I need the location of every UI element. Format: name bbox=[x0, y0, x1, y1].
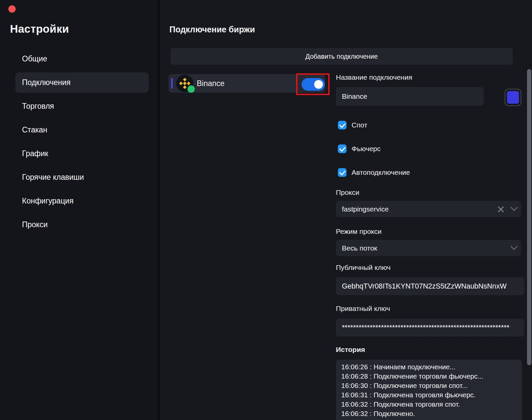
public-key-field-label: Публичный ключ bbox=[336, 264, 391, 272]
vertical-scrollbar[interactable] bbox=[527, 69, 531, 365]
settings-sidebar: Настройки Общие Подключения Торговля Ста… bbox=[0, 0, 160, 420]
checkbox-futures[interactable]: Фьючерс bbox=[338, 144, 381, 153]
checkbox-autoconnect[interactable]: Автоподключение bbox=[338, 168, 410, 177]
history-log-line: 16:06:26 : Начинаем подключение... bbox=[341, 362, 517, 372]
private-key-input[interactable]: ****************************************… bbox=[336, 319, 524, 337]
checkbox-checked-icon bbox=[338, 168, 347, 177]
sidebar-item-hotkeys[interactable]: Горячие клавиши bbox=[15, 167, 149, 187]
connection-name-field-label: Название подключения bbox=[336, 73, 412, 81]
settings-menu: Общие Подключения Торговля Стакан График… bbox=[15, 49, 149, 238]
checkbox-checked-icon bbox=[338, 121, 347, 129]
sidebar-item-general[interactable]: Общие bbox=[15, 49, 149, 69]
proxy-select[interactable]: fastpingservice bbox=[336, 201, 521, 217]
sidebar-item-connections[interactable]: Подключения bbox=[15, 72, 149, 93]
private-key-field-label: Приватный ключ bbox=[336, 305, 390, 313]
history-log-line: 16:06:32 : Подключена торговля спот. bbox=[341, 400, 517, 409]
checkbox-futures-label: Фьючерс bbox=[352, 145, 381, 153]
connected-status-dot-icon bbox=[187, 85, 195, 93]
public-key-input[interactable]: GebhqTVr08ITs1KYNT07N2zS5tZzWNaubNsNnxW bbox=[336, 277, 524, 295]
history-log-panel: 16:06:26 : Начинаем подключение... 16:06… bbox=[336, 360, 522, 420]
connection-accent-bar bbox=[171, 78, 173, 89]
checkbox-checked-icon bbox=[338, 144, 347, 153]
checkbox-autoconnect-label: Автоподключение bbox=[352, 168, 410, 176]
color-swatch-button[interactable] bbox=[505, 89, 521, 106]
connection-name-input[interactable]: Binance bbox=[336, 87, 484, 106]
history-log-line: 16:06:32 : Подключено. bbox=[341, 409, 517, 418]
checkbox-spot-label: Спот bbox=[352, 121, 367, 129]
toggle-knob bbox=[314, 80, 323, 89]
connection-name-label: Binance bbox=[197, 74, 224, 93]
connection-enabled-toggle[interactable] bbox=[302, 78, 325, 91]
add-connection-button[interactable]: Добавить подключение bbox=[170, 48, 513, 65]
chevron-down-icon[interactable] bbox=[511, 204, 518, 211]
clear-icon[interactable] bbox=[497, 206, 504, 213]
sidebar-item-orderbook[interactable]: Стакан bbox=[15, 120, 149, 140]
history-log-line: 16:06:28 : Подключение торговли фьючерс.… bbox=[341, 372, 517, 381]
history-log-line: 16:06:30 : Подключение торговли спот... bbox=[341, 381, 517, 390]
close-window-button[interactable] bbox=[8, 5, 16, 13]
settings-title: Настройки bbox=[10, 23, 69, 35]
sidebar-item-configuration[interactable]: Конфигурация bbox=[15, 191, 149, 211]
sidebar-item-trading[interactable]: Торговля bbox=[15, 96, 149, 116]
page-title: Подключение биржи bbox=[169, 25, 255, 34]
proxy-mode-select[interactable]: Весь поток bbox=[336, 240, 521, 256]
proxy-selected-value: fastpingservice bbox=[342, 205, 389, 213]
chevron-down-icon[interactable] bbox=[511, 243, 518, 250]
proxy-mode-field-label: Режим прокси bbox=[336, 228, 382, 236]
proxy-mode-selected-value: Весь поток bbox=[342, 244, 377, 252]
sidebar-item-chart[interactable]: График bbox=[15, 143, 149, 164]
binance-logo-icon bbox=[176, 75, 193, 92]
sidebar-item-proxy[interactable]: Прокси bbox=[15, 215, 149, 235]
history-section-label: История bbox=[336, 346, 365, 354]
color-swatch-color bbox=[507, 91, 519, 104]
checkbox-spot[interactable]: Спот bbox=[338, 121, 367, 129]
history-log-line: 16:06:31 : Подключена торговля фьючерс. bbox=[341, 390, 517, 400]
proxy-field-label: Прокси bbox=[336, 188, 359, 196]
